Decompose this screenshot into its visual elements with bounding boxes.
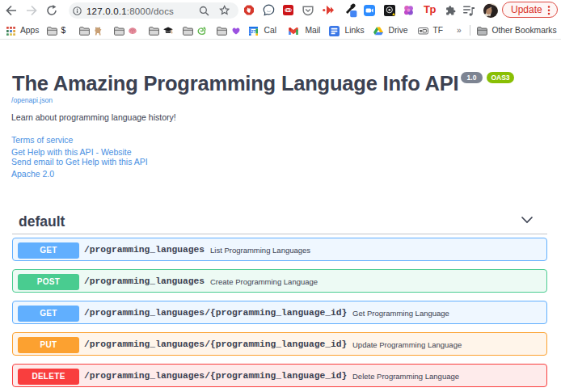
svg-text:27: 27 xyxy=(251,29,256,34)
svg-text:CBS: CBS xyxy=(285,8,292,12)
